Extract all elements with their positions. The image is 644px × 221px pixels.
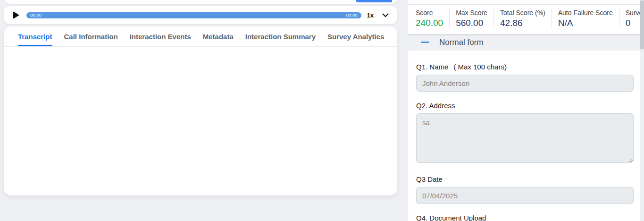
score-value: 560.00 (456, 18, 487, 28)
score-item-total-score-pct: Total Score (%) 42.86 (493, 9, 552, 28)
score-label: Max Score (456, 9, 487, 17)
total-time: 00:00 (346, 13, 358, 17)
score-label: Score (416, 9, 443, 17)
form-section-title: Normal form (439, 38, 484, 47)
transcript-content (4, 47, 397, 196)
chevron-down-icon[interactable] (380, 13, 391, 17)
play-button[interactable] (13, 11, 19, 19)
name-field[interactable] (416, 75, 634, 92)
score-item-auto-failure-score: Auto Failure Score N/A (552, 9, 619, 28)
score-item-score: Score 240.00 (416, 9, 449, 28)
tab-bar: Transcript Call Information Interaction … (4, 26, 397, 47)
score-summary: Score 240.00 Max Score 560.00 Total Scor… (408, 4, 640, 34)
question-label: Q3 Date (416, 175, 443, 183)
playback-speed[interactable]: 1x (367, 12, 374, 19)
current-time: 00:00 (30, 13, 42, 17)
question-block-q2: Q2. Address sa (416, 102, 634, 165)
scrollbar-thumb[interactable] (640, 0, 644, 50)
tab-interaction-events[interactable]: Interaction Events (130, 26, 191, 46)
question-block-q1: Q1. Name ( Max 100 chars) (416, 63, 634, 92)
form-section-header[interactable]: Normal form (408, 34, 640, 51)
audio-progress-bar[interactable]: 00:00 00:00 (26, 12, 361, 18)
question-label: Q2. Address (416, 102, 455, 110)
tab-transcript[interactable]: Transcript (18, 26, 52, 46)
tab-call-information[interactable]: Call Information (64, 26, 118, 46)
question-block-q3: Q3 Date (416, 175, 634, 204)
question-label: Q4. Document Upload (416, 214, 486, 221)
survey-form: Q1. Name ( Max 100 chars) Q2. Address sa… (408, 51, 640, 221)
minus-icon[interactable] (421, 42, 429, 43)
score-value: 240.00 (416, 18, 443, 28)
score-label: Auto Failure Score (558, 9, 613, 17)
top-card-fragment (4, 0, 397, 4)
score-label: Total Score (%) (500, 9, 545, 17)
score-value: 42.86 (500, 18, 545, 28)
tab-interaction-summary[interactable]: Interaction Summary (245, 26, 316, 46)
audio-player: 00:00 00:00 1x (4, 6, 397, 24)
question-label: Q1. Name (416, 63, 448, 71)
question-hint: ( Max 100 chars) (453, 63, 507, 71)
partial-blue-button[interactable] (356, 0, 392, 2)
address-field[interactable]: sa (416, 113, 634, 163)
tab-panel-card: Transcript Call Information Interaction … (4, 26, 397, 196)
date-field[interactable] (416, 187, 634, 204)
tab-survey-analytics[interactable]: Survey Analytics (327, 26, 384, 46)
play-icon (13, 11, 19, 19)
tab-metadata[interactable]: Metadata (203, 26, 234, 46)
score-value: N/A (558, 18, 613, 28)
score-item-max-score: Max Score 560.00 (449, 9, 493, 28)
vertical-scrollbar[interactable] (640, 0, 644, 221)
evaluation-panel: Score 240.00 Max Score 560.00 Total Scor… (408, 0, 640, 221)
question-block-q4: Q4. Document Upload (Only format(s) allo… (416, 214, 634, 221)
